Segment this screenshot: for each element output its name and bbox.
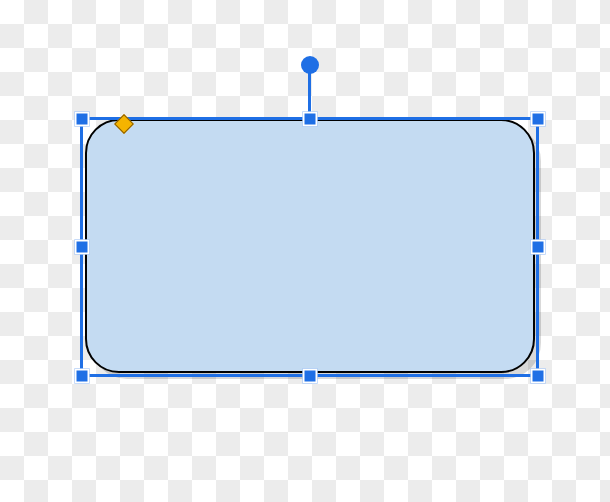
resize-handle-top-left[interactable] xyxy=(75,112,90,127)
rotation-handle[interactable] xyxy=(301,56,319,74)
drawing-canvas[interactable] xyxy=(0,0,610,502)
resize-handle-top-center[interactable] xyxy=(303,112,318,127)
resize-handle-bottom-right[interactable] xyxy=(531,369,546,384)
resize-handle-top-right[interactable] xyxy=(531,112,546,127)
rounded-rectangle-shape[interactable] xyxy=(85,119,535,373)
resize-handle-bottom-center[interactable] xyxy=(303,369,318,384)
resize-handle-middle-left[interactable] xyxy=(75,240,90,255)
resize-handle-bottom-left[interactable] xyxy=(75,369,90,384)
resize-handle-middle-right[interactable] xyxy=(531,240,546,255)
